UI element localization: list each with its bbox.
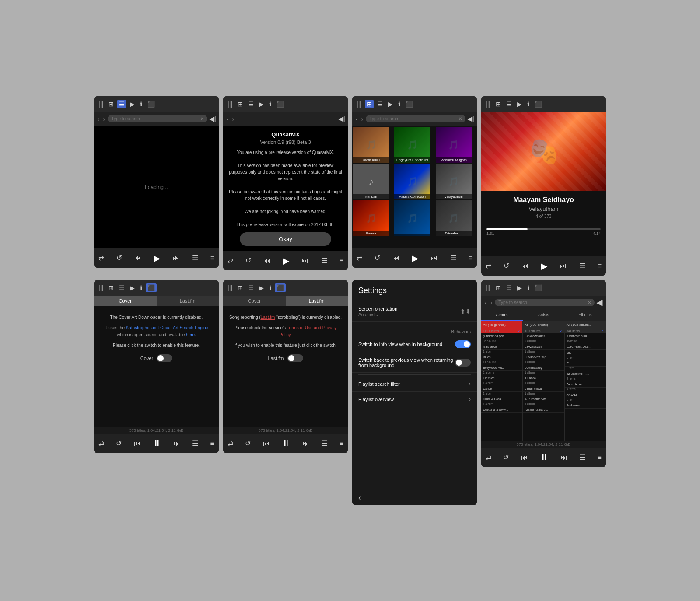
forward-arrow[interactable]: › bbox=[102, 115, 106, 123]
toolbar-icon-extra[interactable]: ⬛ bbox=[146, 100, 157, 108]
next-icon[interactable]: ⏭ bbox=[173, 440, 180, 447]
menu-icon[interactable]: ≡ bbox=[210, 440, 214, 447]
lib-artist-5[interactable]: 5Thamthaka bbox=[523, 386, 564, 392]
play-icon[interactable]: ▶ bbox=[412, 253, 418, 263]
menu-icon[interactable]: ≡ bbox=[469, 254, 472, 262]
lib-genre-6[interactable]: Drum & Bass bbox=[481, 396, 522, 402]
lib-genre-3[interactable]: Bollywood Mu... bbox=[481, 365, 522, 371]
shuffle-icon[interactable]: ⇄ bbox=[228, 256, 233, 265]
next-icon[interactable]: ⏭ bbox=[302, 440, 309, 447]
play-icon[interactable]: ▶ bbox=[154, 253, 160, 263]
lib-album-3[interactable]: 21 bbox=[565, 360, 606, 367]
toolbar-icon-list[interactable]: ☰ bbox=[504, 283, 514, 292]
back-icon[interactable]: ‹ bbox=[358, 494, 360, 502]
toolbar-icon-list[interactable]: ☰ bbox=[117, 283, 126, 292]
toolbar-icon-info[interactable]: ℹ bbox=[267, 100, 273, 108]
toolbar-icon-grid[interactable]: ⊞ bbox=[494, 283, 503, 292]
search-clear-icon[interactable]: ✕ bbox=[200, 116, 204, 121]
lib-artist-6[interactable]: A.R.Rahman-w... bbox=[523, 396, 564, 402]
prev-icon[interactable]: ⏮ bbox=[263, 440, 270, 447]
pause-icon[interactable]: ⏸ bbox=[153, 438, 161, 448]
lib-artist-3[interactable]: 06Manasaey bbox=[523, 365, 564, 371]
toolbar-icon-play[interactable]: ▶ bbox=[128, 100, 136, 108]
grid-item-5[interactable]: 🎵 Velayutham bbox=[436, 164, 472, 199]
grid-item-0[interactable]: 🎵 7aam Arivu bbox=[353, 127, 389, 163]
shuffle-icon[interactable]: ⇄ bbox=[357, 254, 362, 262]
cover-toggle[interactable] bbox=[157, 354, 172, 362]
lib-album-7[interactable]: Aadukalm bbox=[565, 402, 606, 409]
toolbar-icon-grid[interactable]: ⊞ bbox=[107, 100, 116, 108]
albums-header[interactable]: All (102 album... bbox=[565, 321, 606, 328]
toolbar-icon-extra[interactable]: ⬛ bbox=[275, 283, 286, 292]
artists-header[interactable]: All (108 artists) bbox=[523, 321, 564, 328]
back-arrow[interactable]: ‹ bbox=[97, 115, 101, 123]
repeat-icon[interactable]: ↺ bbox=[374, 254, 380, 262]
search-clear-icon[interactable]: ✕ bbox=[458, 116, 462, 121]
repeat-icon[interactable]: ↺ bbox=[116, 439, 122, 447]
list-icon[interactable]: ☰ bbox=[321, 256, 327, 265]
search-clear-icon[interactable]: ✕ bbox=[588, 300, 591, 305]
toolbar-icon-grid[interactable]: ⊞ bbox=[236, 100, 245, 108]
toolbar-icon-bars[interactable]: ||| bbox=[226, 283, 234, 292]
toolbar-icon-bars[interactable]: ||| bbox=[355, 100, 363, 108]
toolbar-icon-bars[interactable]: ||| bbox=[226, 100, 234, 108]
toolbar-icon-grid[interactable]: ⊞ bbox=[365, 100, 374, 108]
okay-button[interactable]: Okay bbox=[240, 232, 331, 246]
cover-link[interactable]: Katastrophos.net Cover Art Search Engine bbox=[126, 325, 208, 330]
next-icon[interactable]: ⏭ bbox=[430, 254, 438, 262]
grid-item-3[interactable]: ♪ Nanban bbox=[353, 164, 389, 199]
lib-artist-0[interactable]: (Unknown artis... bbox=[523, 333, 564, 339]
toolbar-icon-info[interactable]: ℹ bbox=[525, 100, 531, 108]
next-icon[interactable]: ⏭ bbox=[560, 262, 567, 270]
search-box[interactable]: ✕ bbox=[366, 115, 466, 122]
repeat-icon[interactable]: ↺ bbox=[504, 262, 509, 270]
repeat-icon[interactable]: ↺ bbox=[245, 256, 251, 265]
lib-artist-7[interactable]: Aararo Aarirarc... bbox=[523, 407, 564, 413]
toolbar-icon-list[interactable]: ☰ bbox=[375, 100, 385, 108]
settings-item-orientation[interactable]: Screen orientation Automatic ⬆⬇ bbox=[352, 302, 477, 322]
shuffle-icon[interactable]: ⇄ bbox=[98, 439, 104, 447]
toggle-infoview[interactable] bbox=[455, 340, 471, 348]
toolbar-icon-bars[interactable]: ||| bbox=[484, 283, 492, 292]
grid-item-6[interactable]: 🎵 Fanaa bbox=[353, 200, 389, 236]
lib-album-0[interactable]: (Unknown albu... bbox=[565, 333, 606, 339]
toolbar-icon-play[interactable]: ▶ bbox=[257, 283, 266, 292]
search-input[interactable] bbox=[369, 116, 457, 121]
toolbar-icon-play[interactable]: ▶ bbox=[257, 100, 266, 108]
toolbar-icon-list[interactable]: ☰ bbox=[117, 100, 126, 108]
pause-icon[interactable]: ⏸ bbox=[540, 452, 549, 462]
lib-artist-1[interactable]: 03Azasavani bbox=[523, 344, 564, 350]
prev-icon[interactable]: ⏮ bbox=[134, 440, 141, 447]
lastfm-toggle[interactable] bbox=[287, 354, 303, 362]
menu-icon[interactable]: ≡ bbox=[340, 257, 343, 265]
shuffle-icon[interactable]: ⇄ bbox=[486, 262, 491, 270]
toolbar-icon-play[interactable]: ▶ bbox=[386, 100, 395, 108]
toolbar-icon-list[interactable]: ☰ bbox=[504, 100, 514, 108]
lib-tab-artists[interactable]: Artists bbox=[523, 310, 564, 321]
grid-item-8[interactable]: 🎵 Taimahali... bbox=[436, 200, 472, 236]
prev-icon[interactable]: ⏮ bbox=[522, 262, 528, 270]
toolbar-icon-extra[interactable]: ⬛ bbox=[404, 100, 415, 108]
lib-album-5[interactable]: 7aam Arivu bbox=[565, 381, 606, 388]
toolbar-icon-info[interactable]: ℹ bbox=[267, 283, 273, 292]
prev-icon[interactable]: ⏮ bbox=[392, 254, 399, 262]
settings-item-prevview[interactable]: Switch back to previous view when return… bbox=[352, 353, 477, 373]
lib-album-4[interactable]: 22 Beautiful Ri... bbox=[565, 371, 606, 377]
list-icon[interactable]: ☰ bbox=[192, 254, 198, 262]
nav-end-icon-8[interactable]: ◀| bbox=[596, 298, 603, 307]
lib-genre-7[interactable]: Duet S S S www... bbox=[481, 407, 522, 413]
menu-icon[interactable]: ≡ bbox=[598, 262, 602, 270]
back-arrow[interactable]: ‹ bbox=[226, 115, 230, 123]
progress-bar-track[interactable] bbox=[486, 228, 601, 230]
toolbar-icon-play[interactable]: ▶ bbox=[515, 100, 524, 108]
lib-artist-4[interactable]: 1 Fanaa bbox=[523, 375, 564, 381]
shuffle-icon[interactable]: ⇄ bbox=[486, 453, 491, 461]
toolbar-icon-bars[interactable]: ||| bbox=[97, 283, 105, 292]
back-arrow[interactable]: ‹ bbox=[484, 298, 488, 307]
repeat-icon[interactable]: ↺ bbox=[503, 453, 509, 461]
grid-item-1[interactable]: 🎵 Engeyum Eppothum bbox=[394, 127, 430, 163]
toolbar-icon-extra[interactable]: ⬛ bbox=[533, 100, 544, 108]
prev-icon[interactable]: ⏮ bbox=[134, 254, 141, 262]
settings-item-playlist-overview[interactable]: Playlist overview › bbox=[352, 392, 477, 407]
shuffle-icon[interactable]: ⇄ bbox=[98, 254, 104, 262]
